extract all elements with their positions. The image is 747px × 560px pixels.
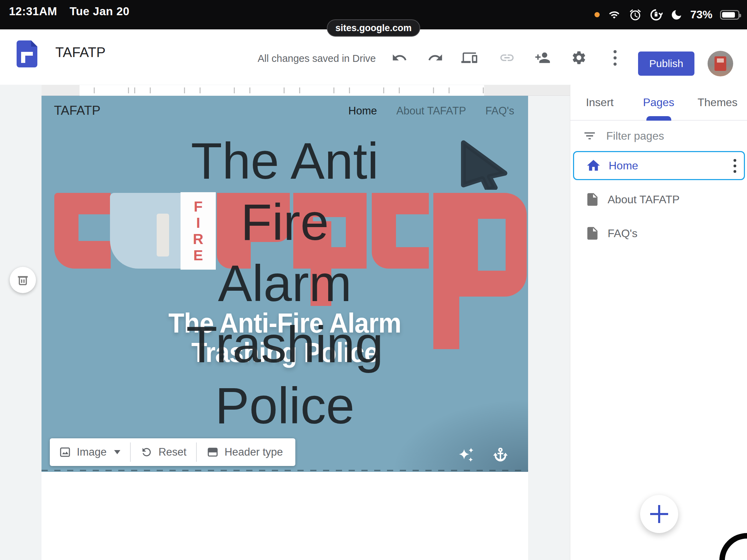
status-date: Tue Jan 20 (70, 5, 129, 18)
site-canvas: TAFATP Home About TAFATP FAQ's (42, 96, 528, 560)
page-icon (585, 192, 600, 207)
settings-gear-button[interactable] (570, 49, 588, 67)
cursor-arrow-graphic (456, 139, 508, 190)
save-status: All changes saved in Drive (258, 53, 376, 64)
sidebar-tabs: Insert Pages Themes (570, 85, 747, 121)
hero-title[interactable]: The Anti Fire Alarm Trashing Police (42, 130, 528, 436)
header-edit-toolbar: Image Reset Header type (50, 438, 295, 466)
section-selection-border (42, 470, 528, 471)
status-icons: 73% (594, 0, 739, 29)
ruler (42, 85, 570, 96)
url-text: sites.google.com (335, 23, 412, 34)
workspace: TAFATP Home About TAFATP FAQ's (0, 85, 747, 560)
nav-home[interactable]: Home (348, 105, 377, 117)
chevron-down-icon (114, 450, 120, 454)
header-type-button[interactable]: Header type (206, 446, 283, 458)
nav-faq[interactable]: FAQ's (486, 105, 514, 117)
page-label: About TAFATP (608, 193, 680, 206)
hero-title-line: Fire (42, 192, 528, 253)
ruler-ticks (80, 87, 484, 93)
wifi-icon (607, 9, 621, 20)
filter-icon (583, 129, 597, 143)
plus-icon (650, 505, 668, 523)
hero-title-line: Alarm (42, 253, 528, 314)
editor-toolbar: TAFATP All changes saved in Drive Publis… (0, 29, 747, 85)
anchor-icon[interactable] (492, 446, 509, 464)
tab-insert[interactable]: Insert (570, 85, 629, 120)
home-icon (586, 158, 601, 173)
filter-pages-input[interactable] (606, 130, 720, 142)
reset-button[interactable]: Reset (140, 446, 186, 458)
undo-button[interactable] (390, 49, 408, 67)
hero-title-line: Police (42, 375, 528, 436)
site-title[interactable]: TAFATP (54, 103, 100, 118)
hero-title-line: The Anti (42, 130, 528, 192)
publish-button[interactable]: Publish (638, 52, 694, 76)
account-avatar[interactable] (708, 51, 733, 76)
tab-pages[interactable]: Pages (629, 85, 688, 120)
image-icon (59, 446, 71, 458)
copy-link-button[interactable] (498, 49, 516, 67)
site-nav: TAFATP Home About TAFATP FAQ's (42, 96, 528, 120)
alarm-icon (629, 8, 642, 21)
reset-icon (140, 446, 153, 458)
screen: 12:31AMTue Jan 20 73% sites.google.com T… (0, 0, 747, 560)
status-time: 12:31AM (9, 5, 57, 18)
page-item-about[interactable]: About TAFATP (573, 185, 745, 214)
page-label: FAQ's (608, 227, 637, 240)
battery-percent: 73% (690, 8, 712, 21)
google-sites-logo-icon[interactable] (17, 40, 37, 67)
magic-sparkle-icon[interactable] (458, 446, 476, 464)
share-add-person-button[interactable] (534, 49, 552, 67)
trash-icon (16, 273, 30, 287)
editor-sidebar: Insert Pages Themes Home About TAFATP (570, 85, 747, 560)
page-options-button[interactable] (734, 159, 736, 173)
hero-title-line: Trashing (42, 314, 528, 375)
delete-section-button[interactable] (10, 267, 36, 293)
hero-header-section[interactable]: TAFATP Home About TAFATP FAQ's (42, 96, 528, 472)
active-tab-indicator (646, 116, 671, 121)
page-item-home[interactable]: Home (573, 151, 745, 180)
header-type-icon (206, 446, 219, 458)
redo-button[interactable] (426, 49, 444, 67)
image-menu-button[interactable]: Image (59, 446, 120, 458)
status-time-date: 12:31AMTue Jan 20 (9, 5, 129, 18)
page-label: Home (609, 159, 638, 172)
browser-url-pill[interactable]: sites.google.com (327, 19, 420, 37)
more-menu-button[interactable] (606, 49, 624, 67)
rotation-lock-icon (649, 8, 663, 21)
tab-themes[interactable]: Themes (688, 85, 747, 120)
nav-about[interactable]: About TAFATP (396, 105, 466, 117)
page-body[interactable] (42, 472, 528, 560)
battery-icon (720, 10, 739, 20)
mic-indicator-icon (594, 12, 600, 17)
moon-icon (670, 9, 683, 21)
screen-corner-arc (717, 531, 747, 560)
add-page-button[interactable] (640, 495, 678, 533)
page-icon (585, 226, 600, 241)
document-title[interactable]: TAFATP (55, 45, 105, 60)
page-item-faq[interactable]: FAQ's (573, 219, 745, 248)
device-preview-button[interactable] (460, 49, 478, 67)
filter-pages-row (570, 121, 747, 151)
